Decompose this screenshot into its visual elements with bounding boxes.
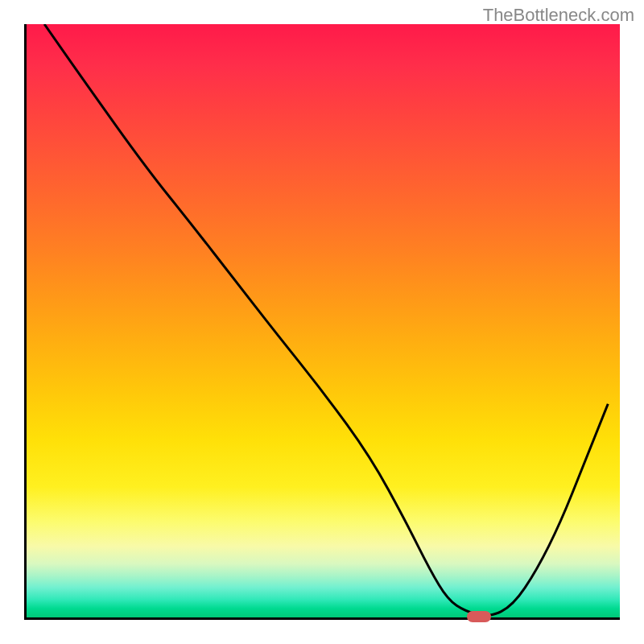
bottleneck-marker: [467, 611, 491, 622]
plot-area: [24, 24, 620, 620]
curve-line: [27, 24, 620, 617]
watermark-text: TheBottleneck.com: [483, 5, 634, 26]
curve-path: [44, 24, 608, 616]
